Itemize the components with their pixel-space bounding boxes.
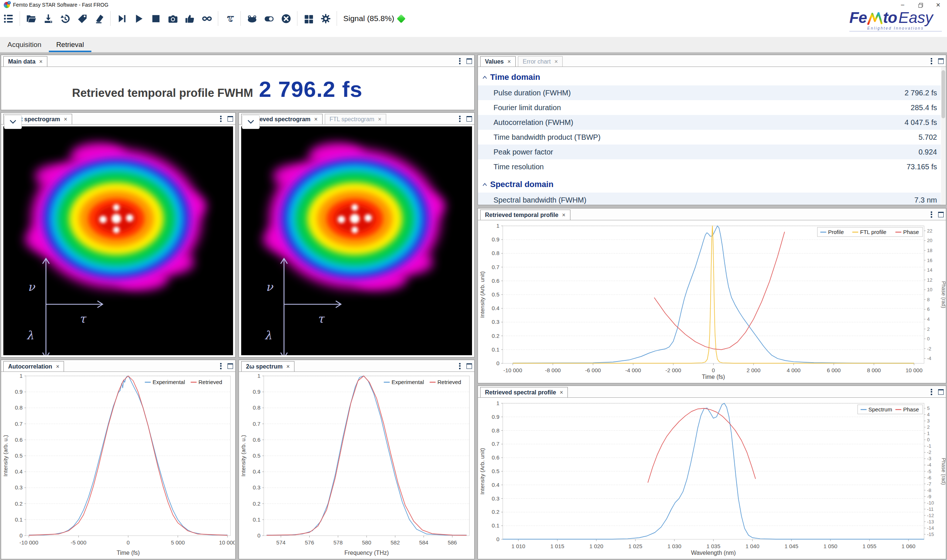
close-tab-icon[interactable]: × bbox=[378, 116, 381, 123]
panel-tab-main-data[interactable]: Main data× bbox=[3, 56, 47, 66]
svg-text:0.2: 0.2 bbox=[253, 500, 261, 507]
eraser-toolbar-button[interactable] bbox=[91, 10, 108, 27]
close-button[interactable]: × bbox=[929, 0, 947, 9]
collapse-panel-icon[interactable] bbox=[228, 116, 233, 122]
camera-toolbar-button[interactable] bbox=[164, 10, 181, 27]
collapse-panel-icon[interactable] bbox=[938, 58, 944, 64]
panel-tab-2-spectrum[interactable]: 2ω spectrum× bbox=[241, 361, 295, 371]
autocorrelation-chart[interactable]: 00.10.20.30.40.50.60.70.80.91-10 000-5 0… bbox=[2, 372, 235, 558]
svg-text:Experimental: Experimental bbox=[392, 379, 424, 385]
signal-label: Signal (85.8%) bbox=[343, 14, 394, 23]
tau-toolbar-button[interactable]: τ bbox=[221, 10, 238, 27]
panel-menu-kebab-icon[interactable] bbox=[458, 114, 462, 123]
retrieved-spectrogram-image[interactable]: ν λ τ bbox=[241, 126, 472, 355]
panel-tab-label: Values bbox=[485, 58, 504, 65]
close-tab-icon[interactable]: × bbox=[562, 212, 565, 218]
svg-text:-13: -13 bbox=[927, 519, 934, 525]
svg-text:2: 2 bbox=[927, 326, 930, 332]
thumbs-up-toolbar-button[interactable] bbox=[181, 10, 198, 27]
value-number: 2 796.2 fs bbox=[785, 89, 941, 97]
minimize-button[interactable]: – bbox=[894, 0, 912, 9]
svg-text:1 040: 1 040 bbox=[745, 543, 759, 549]
panel-menu-kebab-icon[interactable] bbox=[458, 362, 462, 371]
panel-autocorrelation: Autocorrelation× 00.10.20.30.40.50.60.70… bbox=[1, 360, 236, 559]
svg-text:1 050: 1 050 bbox=[824, 543, 837, 549]
download-toolbar-button[interactable] bbox=[40, 10, 57, 27]
spectrogram-axis-lambda: λ bbox=[264, 329, 271, 342]
panel-tab-retrieved-spectral-profile[interactable]: Retrieved spectral profile× bbox=[480, 387, 568, 397]
panel-menu-kebab-icon[interactable] bbox=[929, 57, 934, 66]
value-label: Spectral bandwidth (FWHM) bbox=[494, 196, 785, 205]
values-section-header[interactable]: Spectral domain bbox=[478, 176, 941, 192]
infinity-icon bbox=[202, 13, 212, 24]
step-forward-toolbar-button[interactable] bbox=[113, 10, 130, 27]
menu-toolbar-button[interactable] bbox=[0, 10, 17, 27]
svg-text:1: 1 bbox=[258, 372, 261, 379]
panel-tab-retrieved-temporal-profile[interactable]: Retrieved temporal profile× bbox=[480, 209, 571, 220]
panel-spectral-profile: Retrieved spectral profile× 00.10.20.30.… bbox=[478, 386, 946, 559]
panel-tab-values[interactable]: Values× bbox=[480, 56, 516, 66]
logo-to-text: to bbox=[883, 10, 897, 26]
restore-button[interactable] bbox=[912, 0, 929, 9]
spectral-profile-chart[interactable]: 00.10.20.30.40.50.60.70.80.911 0101 0151… bbox=[478, 398, 945, 558]
panel-tab-autocorrelation[interactable]: Autocorrelation× bbox=[3, 361, 64, 371]
svg-text:1 010: 1 010 bbox=[511, 543, 525, 549]
close-tab-icon[interactable]: × bbox=[314, 116, 318, 123]
collapse-panel-icon[interactable] bbox=[228, 363, 233, 369]
svg-text:-8: -8 bbox=[927, 488, 932, 493]
input-spectrogram-image[interactable]: ν λ τ bbox=[3, 126, 233, 355]
close-tab-icon[interactable]: × bbox=[507, 58, 511, 65]
svg-text:Wavelength (nm): Wavelength (nm) bbox=[691, 550, 736, 556]
close-circle-toolbar-button[interactable] bbox=[278, 10, 295, 27]
panel-tab-error-chart[interactable]: Error chart× bbox=[518, 56, 563, 66]
close-tab-icon[interactable]: × bbox=[555, 58, 558, 65]
tag-toolbar-button[interactable] bbox=[74, 10, 91, 27]
toggle-toolbar-button[interactable] bbox=[261, 10, 278, 27]
infinity-toolbar-button[interactable] bbox=[198, 10, 215, 27]
close-tab-icon[interactable]: × bbox=[56, 363, 59, 370]
panel-menu-kebab-icon[interactable] bbox=[219, 114, 223, 123]
panel-menu-kebab-icon[interactable] bbox=[929, 210, 934, 219]
frog-toolbar-button[interactable] bbox=[244, 10, 261, 27]
panel-menu-kebab-icon[interactable] bbox=[929, 388, 934, 397]
grid-toolbar-button[interactable] bbox=[300, 10, 317, 27]
svg-text:Phase (rad): Phase (rad) bbox=[941, 281, 945, 308]
spectrogram-options-dropdown[interactable] bbox=[242, 115, 260, 129]
gear-toolbar-button[interactable] bbox=[317, 10, 334, 27]
scrollbar-thumb[interactable] bbox=[941, 70, 945, 118]
svg-text:0.1: 0.1 bbox=[15, 516, 23, 523]
close-tab-icon[interactable]: × bbox=[39, 58, 43, 65]
close-tab-icon[interactable]: × bbox=[560, 389, 563, 396]
collapse-panel-icon[interactable] bbox=[938, 389, 944, 395]
panel-menu-kebab-icon[interactable] bbox=[219, 362, 223, 371]
tab-acquisition[interactable]: Acquisition bbox=[0, 37, 49, 52]
spectrogram-options-dropdown[interactable] bbox=[4, 115, 22, 129]
close-tab-icon[interactable]: × bbox=[64, 116, 67, 123]
values-section-header[interactable]: Time domain bbox=[478, 69, 941, 85]
panel-menu-kebab-icon[interactable] bbox=[458, 57, 462, 66]
tab-retrieval[interactable]: Retrieval bbox=[49, 37, 91, 52]
values-section-title: Time domain bbox=[490, 72, 540, 82]
values-row: Pulse duration (FWHM) 2 796.2 fs bbox=[478, 85, 941, 100]
svg-text:10 000: 10 000 bbox=[905, 367, 922, 373]
stop-toolbar-button[interactable] bbox=[147, 10, 164, 27]
collapse-panel-icon[interactable] bbox=[938, 212, 944, 217]
svg-text:FTL profile: FTL profile bbox=[860, 229, 886, 235]
history-toolbar-button[interactable] bbox=[57, 10, 74, 27]
chevron-up-icon bbox=[483, 76, 487, 79]
folder-open-toolbar-button[interactable] bbox=[23, 10, 40, 27]
panel-tab-ftl-spectrogram[interactable]: FTL spectrogram× bbox=[325, 114, 387, 124]
play-toolbar-button[interactable] bbox=[130, 10, 147, 27]
svg-text:-2: -2 bbox=[927, 449, 932, 455]
2w-spectrum-chart[interactable]: 00.10.20.30.40.50.60.70.80.9157457657858… bbox=[239, 372, 474, 558]
svg-text:-5 000: -5 000 bbox=[71, 539, 86, 546]
temporal-profile-chart[interactable]: 00.10.20.30.40.50.60.70.80.91-10 000-8 0… bbox=[478, 221, 945, 383]
svg-text:0.4: 0.4 bbox=[253, 468, 261, 475]
history-icon bbox=[60, 13, 71, 24]
values-scrollbar[interactable] bbox=[941, 67, 945, 205]
collapse-panel-icon[interactable] bbox=[466, 58, 472, 64]
close-tab-icon[interactable]: × bbox=[286, 363, 290, 370]
collapse-panel-icon[interactable] bbox=[466, 116, 472, 122]
svg-text:6 000: 6 000 bbox=[827, 367, 841, 373]
collapse-panel-icon[interactable] bbox=[466, 363, 472, 369]
